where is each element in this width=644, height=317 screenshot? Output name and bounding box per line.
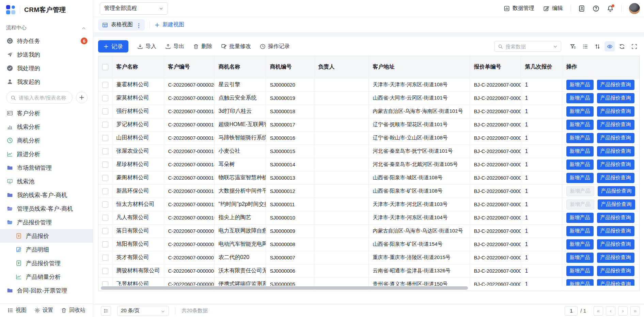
column-header[interactable]: 客户编号 [164,56,214,78]
row-checkbox[interactable] [102,175,108,181]
product-quote-query-button[interactable]: 产品报价查询 [597,226,634,236]
sidebar-item[interactable]: 跟进分析 [0,147,93,161]
add-form-button[interactable] [76,92,88,103]
product-quote-query-button[interactable]: 产品报价查询 [597,213,634,223]
column-header[interactable]: 操作 [562,56,640,78]
topbar-action[interactable]: 编辑 [543,5,563,12]
last-page-button[interactable]: » [630,306,640,316]
add-record-button[interactable]: 记录 [98,40,128,52]
data-search-input[interactable] [505,44,550,49]
add-product-button[interactable]: 新增产品 [566,106,594,117]
sidebar-item[interactable]: 我的线索-客户-商机 [0,188,93,202]
column-header[interactable]: 商机名称 [214,56,266,78]
help-button[interactable] [593,5,599,12]
sidebar-item[interactable]: 抄送我的 [0,48,93,61]
product-quote-query-button[interactable]: 产品报价查询 [597,266,634,276]
page-number-input[interactable] [565,306,578,316]
row-checkbox[interactable] [102,122,108,128]
first-page-button[interactable]: « [594,306,603,316]
product-quote-query-button[interactable]: 产品报价查询 [598,199,635,210]
add-product-button[interactable]: 新增产品 [566,199,594,210]
column-header[interactable]: 负责人 [314,56,368,78]
sidebar-item[interactable]: 市场营销管理 [0,161,93,175]
add-product-button[interactable]: 新增产品 [566,213,594,223]
new-view-button[interactable]: 新建视图 [155,21,184,28]
product-quote-query-button[interactable]: 产品报价查询 [597,106,634,117]
add-product-button[interactable]: 新增产品 [566,93,594,103]
sidebar-item[interactable]: 商机分析 [0,134,93,147]
sidebar-item[interactable]: 合同-回款-开票管理 [0,284,93,297]
sidebar-footer-gear[interactable]: 设置 [34,307,53,314]
add-product-button[interactable]: 新增产品 [566,253,594,263]
sidebar-item[interactable]: 产品报价 [0,229,93,243]
add-product-button[interactable]: 新增产品 [566,133,594,143]
product-quote-query-button[interactable]: 产品报价查询 [597,160,634,170]
row-checkbox[interactable] [102,215,108,221]
row-checkbox[interactable] [102,241,108,247]
topbar-action[interactable]: 数据管理 [504,5,534,12]
row-checkbox[interactable] [102,268,108,274]
add-product-button[interactable]: 新增产品 [566,80,594,90]
product-quote-query-button[interactable]: 产品报价查询 [597,120,634,130]
sidebar-item[interactable]: 我发起的 [0,75,93,89]
scrollbar-thumb[interactable] [101,286,468,290]
column-header[interactable]: 客户名称 [112,56,164,78]
row-checkbox[interactable] [102,255,108,261]
page-size-select[interactable]: 20 条/页 [117,306,169,316]
product-quote-query-button[interactable]: 产品报价查询 [597,133,634,143]
row-checkbox[interactable] [102,228,108,234]
user-avatar[interactable] [629,3,640,14]
column-header[interactable]: 客户地址 [368,56,470,78]
toolbar-button[interactable]: 导入 [137,43,156,50]
tab-table-view[interactable]: 表格视图 [98,19,145,31]
refresh-button[interactable] [617,41,627,51]
sidebar-item[interactable]: 线索池 [0,175,93,188]
product-quote-query-button[interactable]: 产品报价查询 [597,146,634,156]
flow-select-dropdown[interactable]: 管理全部流程 [100,2,168,15]
sidebar-item[interactable]: 客户分析 [0,106,93,120]
row-checkbox[interactable] [102,108,108,115]
row-checkbox[interactable] [102,135,108,141]
funnel-button[interactable] [568,41,578,51]
row-checkbox[interactable] [102,188,108,194]
sidebar-item[interactable]: 我处理的 [0,61,93,75]
add-product-button[interactable]: 新增产品 [566,266,594,276]
contacts-button[interactable] [578,5,585,12]
chevron-down-icon[interactable] [553,43,558,49]
add-product-button[interactable]: 新增产品 [566,146,594,156]
add-product-button[interactable]: 新增产品 [566,173,594,183]
horizontal-scrollbar[interactable] [99,286,639,290]
add-product-button[interactable]: 新增产品 [566,160,594,170]
sidebar-footer-trash[interactable]: 回收站 [61,307,85,314]
sidebar-item[interactable]: 产品报价管理 [0,256,93,270]
add-product-button[interactable]: 新增产品 [566,120,594,130]
expand-button[interactable] [629,41,639,51]
add-product-button[interactable]: 新增产品 [566,226,594,236]
sidebar-item[interactable]: 产品明细 [0,243,93,256]
column-header[interactable]: 商机编号 [266,56,314,78]
sidebar-item[interactable]: 产品报价管理 [0,215,93,229]
row-checkbox[interactable] [102,95,108,101]
next-page-button[interactable]: › [618,306,628,316]
product-quote-query-button[interactable]: 产品报价查询 [597,80,634,90]
product-quote-query-button[interactable]: 产品报价查询 [598,186,635,196]
row-height-button[interactable] [101,306,111,316]
row-checkbox[interactable] [102,201,108,208]
sidebar-footer-list-view[interactable]: 视图 [7,307,27,314]
toolbar-button[interactable]: 批量修改 [221,43,251,50]
sidebar-section-process-center[interactable]: 流程中心 [0,21,93,34]
add-product-button[interactable]: 新增产品 [566,186,594,196]
row-checkbox[interactable] [102,82,108,88]
form-search-input[interactable] [19,95,68,101]
sidebar-item[interactable]: 待办任务6 [0,34,93,48]
sidebar-item[interactable]: 线索分析 [0,120,93,134]
column-header[interactable]: 报价单编号 [470,56,521,78]
prev-page-button[interactable]: ‹ [606,306,615,316]
sidebar-item[interactable]: 管理员线索-客户-商机 [0,202,93,215]
bullets-button[interactable] [580,41,590,51]
row-checkbox[interactable] [102,162,108,168]
sort-button[interactable] [592,41,602,51]
data-search-box[interactable] [494,41,561,52]
toolbar-button[interactable]: 删除 [193,43,212,50]
sidebar-item[interactable]: 产品销量分析 [0,270,93,284]
